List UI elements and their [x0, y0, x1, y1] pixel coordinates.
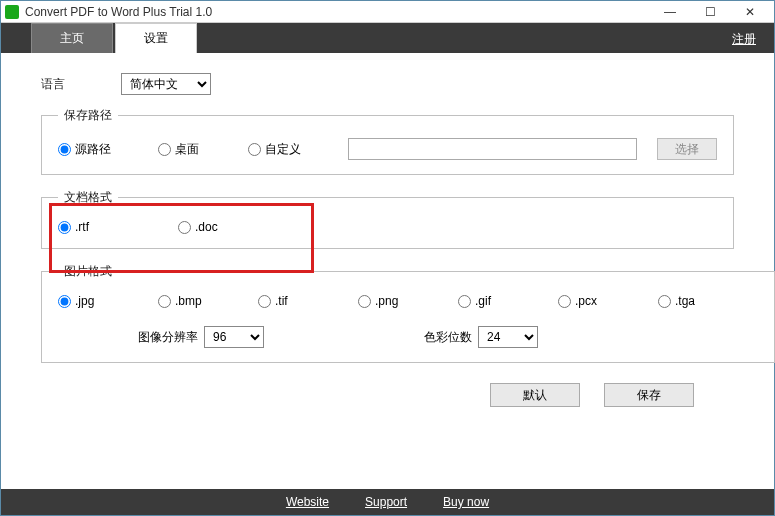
radio-source-path[interactable]: 源路径 — [58, 141, 148, 158]
settings-panel: 语言 简体中文 保存路径 源路径 桌面 自定义 — [1, 53, 774, 427]
app-icon — [5, 5, 19, 19]
radio-pcx[interactable]: .pcx — [558, 294, 658, 308]
default-button[interactable]: 默认 — [490, 383, 580, 407]
radio-tif-input[interactable] — [258, 295, 271, 308]
radio-tga[interactable]: .tga — [658, 294, 758, 308]
radio-rtf[interactable]: .rtf — [58, 220, 168, 234]
radio-jpg[interactable]: .jpg — [58, 294, 158, 308]
color-depth-label: 色彩位数 — [424, 329, 472, 346]
radio-doc-input[interactable] — [178, 221, 191, 234]
color-depth-select[interactable]: 24 — [478, 326, 538, 348]
doc-format-fieldset: 文档格式 .rtf .doc — [41, 189, 734, 249]
radio-custom-input[interactable] — [248, 143, 261, 156]
doc-format-legend: 文档格式 — [58, 189, 118, 206]
radio-custom[interactable]: 自定义 — [248, 141, 328, 158]
radio-png[interactable]: .png — [358, 294, 458, 308]
radio-rtf-input[interactable] — [58, 221, 71, 234]
language-row: 语言 简体中文 — [41, 73, 734, 95]
radio-desktop[interactable]: 桌面 — [158, 141, 238, 158]
tabbar: 主页 设置 注册 — [1, 23, 774, 53]
bottom-bar: Website Support Buy now — [1, 489, 774, 515]
tab-home[interactable]: 主页 — [31, 23, 113, 53]
save-path-legend: 保存路径 — [58, 107, 118, 124]
window-controls: — ☐ ✕ — [650, 1, 770, 23]
minimize-button[interactable]: — — [650, 1, 690, 23]
radio-bmp[interactable]: .bmp — [158, 294, 258, 308]
radio-pcx-input[interactable] — [558, 295, 571, 308]
close-button[interactable]: ✕ — [730, 1, 770, 23]
window-title: Convert PDF to Word Plus Trial 1.0 — [25, 5, 650, 19]
radio-tga-input[interactable] — [658, 295, 671, 308]
custom-path-input[interactable] — [348, 138, 637, 160]
img-format-legend: 图片格式 — [58, 263, 118, 280]
app-window: Convert PDF to Word Plus Trial 1.0 — ☐ ✕… — [0, 0, 775, 516]
save-button[interactable]: 保存 — [604, 383, 694, 407]
radio-desktop-input[interactable] — [158, 143, 171, 156]
img-format-fieldset: 图片格式 .jpg .bmp .tif .png — [41, 263, 775, 363]
radio-gif-input[interactable] — [458, 295, 471, 308]
titlebar: Convert PDF to Word Plus Trial 1.0 — ☐ ✕ — [1, 1, 774, 23]
radio-png-input[interactable] — [358, 295, 371, 308]
radio-gif[interactable]: .gif — [458, 294, 558, 308]
buy-link[interactable]: Buy now — [443, 495, 489, 509]
support-link[interactable]: Support — [365, 495, 407, 509]
radio-doc[interactable]: .doc — [178, 220, 218, 234]
action-buttons: 默认 保存 — [41, 377, 734, 407]
save-path-fieldset: 保存路径 源路径 桌面 自定义 选择 — [41, 107, 734, 175]
resolution-label: 图像分辨率 — [138, 329, 198, 346]
website-link[interactable]: Website — [286, 495, 329, 509]
browse-button[interactable]: 选择 — [657, 138, 717, 160]
radio-source-path-input[interactable] — [58, 143, 71, 156]
resolution-select[interactable]: 96 — [204, 326, 264, 348]
language-label: 语言 — [41, 76, 121, 93]
register-link[interactable]: 注册 — [732, 31, 756, 48]
tab-settings[interactable]: 设置 — [115, 23, 197, 53]
radio-jpg-input[interactable] — [58, 295, 71, 308]
maximize-button[interactable]: ☐ — [690, 1, 730, 23]
radio-bmp-input[interactable] — [158, 295, 171, 308]
language-select[interactable]: 简体中文 — [121, 73, 211, 95]
radio-tif[interactable]: .tif — [258, 294, 358, 308]
